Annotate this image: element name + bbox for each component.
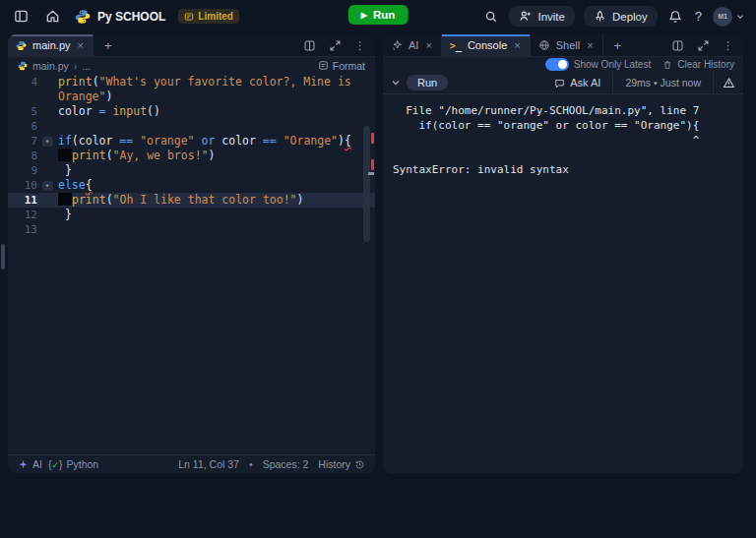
new-tab-button[interactable]: +	[94, 34, 123, 56]
split-pane-icon[interactable]	[671, 39, 684, 52]
run-button[interactable]: ▶ Run	[348, 5, 409, 25]
code-text: color = input()	[55, 104, 160, 119]
code-token: "orange"	[140, 134, 194, 148]
split-pane-icon[interactable]	[303, 39, 316, 52]
console-options-row: Show Only Latest Clear History	[383, 57, 743, 72]
console-output[interactable]: File "/home/runner/Py-SCHOOL/main.py", l…	[383, 94, 743, 186]
fold-spacer	[39, 104, 55, 119]
trash-icon	[662, 60, 672, 70]
run-timing: 29ms • Just now	[613, 77, 713, 89]
console-output-text: File "/home/runner/Py-SCHOOL/main.py", l…	[393, 103, 733, 177]
code-line[interactable]: 13	[8, 222, 375, 237]
breadcrumb-more[interactable]: ...	[82, 60, 91, 72]
code-line[interactable]: 5color = input()	[8, 104, 375, 119]
history-button[interactable]: History	[318, 458, 365, 470]
line-number: 13	[8, 222, 39, 237]
code-line[interactable]: 8print("Ay, we bros!")	[8, 149, 375, 163]
panel-icon	[14, 9, 29, 24]
fold-marker-icon[interactable]: ▾	[39, 178, 55, 193]
close-icon[interactable]: ×	[586, 39, 594, 51]
expand-pane-icon[interactable]	[697, 39, 710, 52]
code-text: }	[55, 163, 72, 178]
console-tabstrip: AI × >_ Console × Shell × + ⋮	[383, 34, 743, 57]
code-line[interactable]: 12 }	[8, 208, 375, 222]
close-icon[interactable]: ×	[77, 39, 85, 51]
error-annotation-mark[interactable]	[371, 133, 374, 144]
code-token: "Orange"	[284, 134, 338, 148]
close-icon[interactable]: ×	[424, 39, 432, 51]
code-token: color	[221, 134, 256, 148]
code-line[interactable]: Orange")	[8, 90, 375, 104]
ai-status-button[interactable]: AI	[18, 458, 42, 470]
notifications-button[interactable]	[666, 8, 684, 26]
close-icon[interactable]: ×	[513, 39, 521, 51]
code-line[interactable]: 6	[8, 119, 375, 134]
code-token: "Oh I like that color too!"	[113, 193, 297, 207]
error-annotation-mark[interactable]	[371, 159, 374, 170]
sidebar-resize-handle[interactable]	[1, 244, 5, 269]
code-token: "Ay, we bros!"	[113, 149, 209, 162]
line-number: 8	[8, 149, 39, 163]
tab-console[interactable]: >_ Console ×	[442, 34, 531, 56]
code-line[interactable]: 11print("Oh I like that color too!")	[8, 193, 375, 208]
fold-spacer	[39, 75, 55, 90]
deploy-button[interactable]: Deploy	[584, 6, 658, 27]
fold-spacer	[39, 119, 55, 134]
kebab-menu-icon[interactable]: ⋮	[354, 39, 365, 52]
format-button[interactable]: Format	[318, 60, 365, 72]
kebab-menu-icon[interactable]: ⋮	[723, 39, 733, 52]
braces-check-icon: {✓}	[48, 458, 63, 470]
project-brand[interactable]: Py SCHOOL	[75, 9, 165, 25]
dot-separator: •	[249, 458, 253, 470]
account-menu[interactable]: M1	[713, 7, 744, 27]
clear-history-button[interactable]: Clear History	[662, 59, 734, 70]
tab-ai[interactable]: AI ×	[383, 34, 442, 56]
scrollbar-thumb[interactable]	[363, 126, 370, 242]
code-token: ()	[147, 104, 160, 118]
code-token: }	[58, 208, 72, 221]
avatar: M1	[713, 7, 732, 27]
spaces-setting[interactable]: Spaces: 2	[263, 458, 309, 470]
code-line[interactable]: 7▾if(color == "orange" or color == "Oran…	[8, 134, 375, 149]
breadcrumb-file[interactable]: main.py	[32, 60, 69, 72]
code-token	[277, 134, 284, 148]
tab-shell[interactable]: Shell ×	[531, 34, 603, 56]
code-token: or	[201, 134, 215, 148]
chevron-right-icon: ›	[74, 60, 78, 72]
code-token: Orange"	[58, 90, 105, 103]
ask-ai-button[interactable]: Ask AI	[542, 77, 612, 89]
home-button[interactable]	[43, 7, 62, 26]
run-result-pill[interactable]: Run	[407, 75, 448, 90]
code-line[interactable]: 9 }	[8, 163, 375, 178]
language-status[interactable]: {✓} Python	[48, 458, 98, 470]
sidebar-toggle-button[interactable]	[12, 7, 31, 26]
help-button[interactable]: ?	[693, 7, 704, 26]
code-editor[interactable]: 4print("What's your favorite color?, Min…	[8, 74, 375, 453]
code-token: {	[86, 178, 93, 192]
cursor-position[interactable]: Ln 11, Col 37	[178, 458, 239, 470]
line-number: 7	[8, 134, 39, 149]
code-token: )	[297, 193, 304, 207]
format-icon	[318, 60, 329, 71]
invite-button[interactable]: Invite	[509, 6, 575, 27]
fold-marker-icon[interactable]: ▾	[39, 134, 55, 149]
search-button[interactable]	[482, 8, 500, 26]
new-tab-button[interactable]: +	[603, 34, 633, 56]
code-text	[55, 222, 58, 237]
code-text: if(color == "orange" or color == "Orange…	[55, 134, 351, 149]
limited-badge[interactable]: Limited	[178, 9, 239, 24]
show-only-latest-toggle[interactable]: Show Only Latest	[545, 58, 651, 71]
expand-pane-icon[interactable]	[329, 39, 342, 52]
tab-char-block	[58, 193, 72, 206]
code-line[interactable]: 10▾else{	[8, 178, 375, 193]
tab-main-py[interactable]: main.py ×	[8, 34, 94, 56]
bell-icon	[668, 10, 682, 24]
warning-button[interactable]	[714, 72, 743, 93]
code-line[interactable]: 4print("What's your favorite color?, Min…	[8, 75, 375, 90]
collapse-chevron-icon[interactable]	[391, 78, 401, 88]
fold-spacer	[39, 90, 55, 104]
warning-triangle-icon	[723, 77, 735, 90]
project-title: Py SCHOOL	[97, 10, 165, 24]
code-token: "What's your favorite color?, Mine is	[99, 75, 351, 89]
toggle-on-icon[interactable]	[545, 58, 569, 71]
